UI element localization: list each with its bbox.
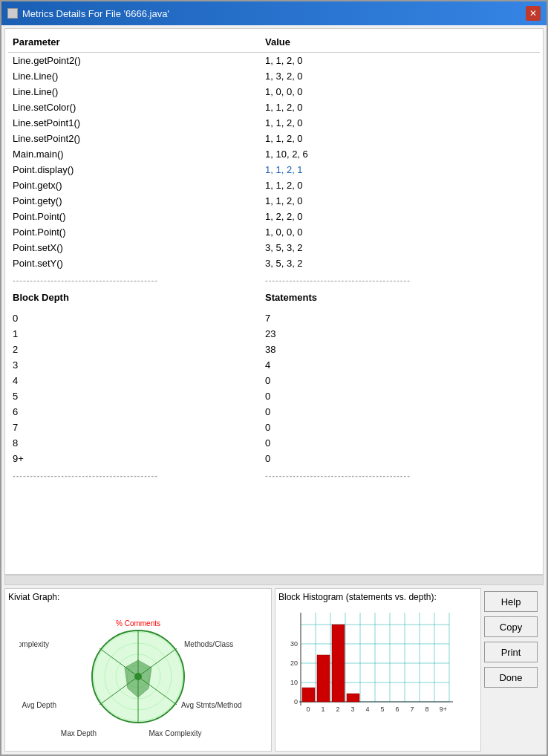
table-row: Line.Line() 1, 3, 2, 0 — [8, 68, 540, 84]
block-depth-header: Block Depth Statements — [8, 289, 540, 310]
help-button[interactable]: Help — [484, 591, 538, 612]
histogram-panel: Block Histogram (statements vs. depth): — [275, 588, 481, 752]
horizontal-scrollbar[interactable] — [4, 575, 544, 585]
kiviat-title: Kiviat Graph: — [8, 592, 268, 602]
histogram-title: Block Histogram (statements vs. depth): — [278, 592, 477, 602]
table-row: Line.Line() 1, 0, 0, 0 — [8, 84, 540, 100]
svg-point-13 — [134, 673, 142, 680]
header-param: Parameter — [10, 35, 262, 49]
table-row: Main.main() 1, 10, 2, 6 — [8, 146, 540, 162]
done-button[interactable]: Done — [484, 667, 538, 688]
table-row: Point.setY() 3, 5, 3, 2 — [8, 255, 540, 271]
table-row: Point.setX() 3, 5, 3, 2 — [8, 240, 540, 255]
svg-text:0: 0 — [294, 698, 298, 706]
svg-text:Avg Depth: Avg Depth — [22, 701, 56, 709]
print-button[interactable]: Print — [484, 642, 538, 662]
block-row: 2 38 — [8, 342, 540, 357]
title-bar-left: Metrics Details For File '6666.java' — [7, 8, 169, 19]
histogram-chart: 0 10 20 30 0 1 2 3 4 5 6 7 8 9+ — [278, 605, 477, 748]
svg-text:Avg Stmts/Method: Avg Stmts/Method — [181, 701, 242, 709]
separator-1: ----------------------------------------… — [8, 271, 540, 289]
main-window: Metrics Details For File '6666.java' ✕ P… — [0, 0, 548, 756]
table-row: Point.Point() 1, 2, 2, 0 — [8, 209, 540, 224]
copy-button[interactable]: Copy — [484, 616, 538, 637]
svg-rect-40 — [332, 625, 345, 702]
svg-text:20: 20 — [290, 659, 298, 667]
buttons-panel: Help Copy Print Done — [484, 588, 544, 752]
kiviat-graph: % Comments Methods/Class Avg Stmts/Metho… — [8, 605, 268, 748]
block-row: 0 7 — [8, 310, 540, 326]
svg-text:9+: 9+ — [440, 706, 447, 713]
table-row: Line.setPoint2() 1, 1, 2, 0 — [8, 131, 540, 146]
header-value: Value — [262, 35, 538, 49]
svg-text:Max Depth: Max Depth — [61, 729, 97, 737]
table-header: Parameter Value — [8, 32, 540, 53]
table-row: Point.gety() 1, 1, 2, 0 — [8, 193, 540, 209]
svg-rect-39 — [317, 655, 330, 702]
svg-text:Avg Complexity: Avg Complexity — [19, 640, 49, 648]
table-row: Line.setPoint1() 1, 1, 2, 0 — [8, 115, 540, 131]
svg-text:3: 3 — [350, 706, 354, 713]
svg-text:% Comments: % Comments — [116, 619, 160, 628]
title-bar: Metrics Details For File '6666.java' ✕ — [1, 1, 547, 25]
svg-text:4: 4 — [365, 706, 369, 713]
block-depth-label: Block Depth — [10, 290, 262, 304]
table-row: Point.Point() 1, 0, 0, 0 — [8, 224, 540, 240]
block-row: 4 0 — [8, 373, 540, 388]
bottom-area: Kiviat Graph: — [4, 588, 544, 752]
kiviat-panel: Kiviat Graph: — [4, 588, 272, 752]
svg-text:2: 2 — [336, 706, 339, 713]
window-icon — [7, 8, 18, 19]
svg-text:6: 6 — [395, 706, 399, 713]
separator-2: ----------------------------------------… — [8, 466, 540, 484]
block-row: 3 4 — [8, 357, 540, 373]
svg-rect-41 — [347, 694, 359, 702]
table-row: Point.getx() 1, 1, 2, 0 — [8, 177, 540, 193]
block-row: 6 0 — [8, 404, 540, 420]
metrics-table[interactable]: Parameter Value Line.getPoint2() 1, 1, 2… — [4, 28, 544, 575]
close-button[interactable]: ✕ — [526, 6, 541, 21]
svg-text:30: 30 — [290, 640, 298, 648]
table-row: Line.getPoint2() 1, 1, 2, 0 — [8, 53, 540, 68]
block-row: 5 0 — [8, 388, 540, 404]
svg-text:1: 1 — [321, 706, 324, 713]
table-row-highlight: Point.display() 1, 1, 2, 1 — [8, 162, 540, 177]
svg-text:7: 7 — [410, 706, 414, 713]
statements-label: Statements — [262, 290, 538, 304]
block-row: 9+ 0 — [8, 451, 540, 466]
block-row: 1 23 — [8, 326, 540, 342]
content-area: Parameter Value Line.getPoint2() 1, 1, 2… — [1, 25, 547, 755]
table-row: Line.setColor() 1, 1, 2, 0 — [8, 100, 540, 115]
svg-text:Methods/Class: Methods/Class — [184, 640, 233, 648]
svg-rect-38 — [302, 688, 315, 702]
svg-text:0: 0 — [306, 706, 310, 713]
block-row: 8 0 — [8, 435, 540, 451]
block-row: 7 0 — [8, 420, 540, 435]
svg-text:10: 10 — [290, 679, 298, 686]
svg-text:Max Complexity: Max Complexity — [149, 729, 201, 737]
svg-text:5: 5 — [380, 706, 384, 713]
svg-text:8: 8 — [425, 706, 428, 713]
window-title: Metrics Details For File '6666.java' — [22, 8, 169, 19]
